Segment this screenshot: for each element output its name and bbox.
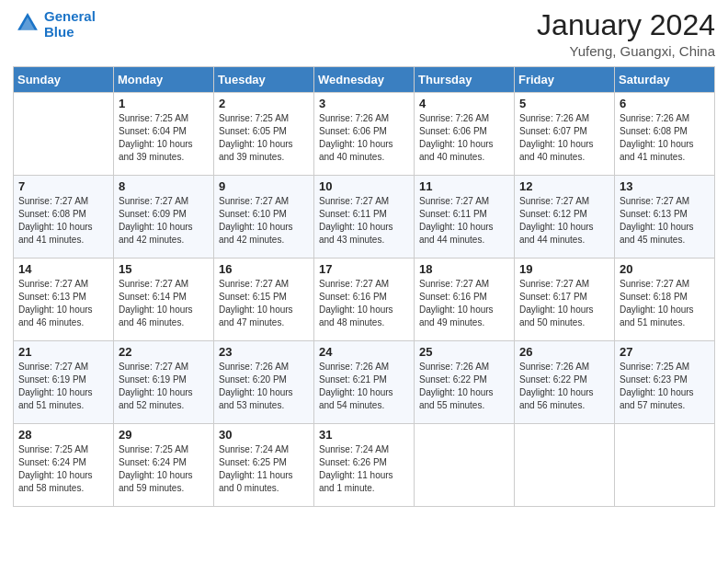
day-info: Sunrise: 7:25 AM Sunset: 6:05 PM Dayligh… [219,112,309,164]
calendar-cell: 11Sunrise: 7:27 AM Sunset: 6:11 PM Dayli… [415,176,515,259]
calendar-week-4: 28Sunrise: 7:25 AM Sunset: 6:24 PM Dayli… [14,424,715,507]
day-info: Sunrise: 7:27 AM Sunset: 6:18 PM Dayligh… [620,278,710,329]
day-info: Sunrise: 7:27 AM Sunset: 6:11 PM Dayligh… [419,195,509,247]
header-thursday: Thursday [415,67,515,93]
calendar-cell: 12Sunrise: 7:27 AM Sunset: 6:12 PM Dayli… [515,176,615,259]
day-number: 9 [219,179,309,193]
day-info: Sunrise: 7:27 AM Sunset: 6:19 PM Dayligh… [18,361,108,412]
day-info: Sunrise: 7:26 AM Sunset: 6:22 PM Dayligh… [519,361,609,412]
calendar-cell: 15Sunrise: 7:27 AM Sunset: 6:14 PM Dayli… [114,259,214,341]
day-info: Sunrise: 7:27 AM Sunset: 6:15 PM Dayligh… [219,278,309,329]
day-number: 29 [119,428,209,442]
calendar-week-1: 7Sunrise: 7:27 AM Sunset: 6:08 PM Daylig… [14,176,715,259]
day-number: 14 [18,262,108,276]
calendar-cell: 27Sunrise: 7:25 AM Sunset: 6:23 PM Dayli… [615,341,715,424]
day-number: 8 [119,179,209,193]
logo: General Blue [13,9,96,40]
day-info: Sunrise: 7:27 AM Sunset: 6:16 PM Dayligh… [319,278,409,329]
calendar-cell: 30Sunrise: 7:24 AM Sunset: 6:25 PM Dayli… [214,424,314,507]
calendar-cell [615,424,715,507]
day-number: 6 [620,97,710,110]
calendar-title: January 2024 [537,9,715,41]
day-info: Sunrise: 7:24 AM Sunset: 6:26 PM Dayligh… [319,443,409,495]
calendar-week-3: 21Sunrise: 7:27 AM Sunset: 6:19 PM Dayli… [14,341,715,424]
day-number: 17 [319,262,409,276]
day-number: 26 [519,345,609,359]
day-number: 22 [119,345,209,359]
calendar-cell: 3Sunrise: 7:26 AM Sunset: 6:06 PM Daylig… [314,93,415,176]
day-info: Sunrise: 7:26 AM Sunset: 6:22 PM Dayligh… [419,361,509,412]
day-number: 20 [620,262,710,276]
day-number: 18 [419,262,509,276]
logo-icon [15,10,40,36]
header-wednesday: Wednesday [314,67,415,93]
calendar-week-0: 1Sunrise: 7:25 AM Sunset: 6:04 PM Daylig… [14,93,715,176]
day-number: 21 [18,345,108,359]
calendar-table: SundayMondayTuesdayWednesdayThursdayFrid… [13,66,715,507]
day-info: Sunrise: 7:27 AM Sunset: 6:09 PM Dayligh… [119,195,209,247]
day-number: 15 [119,262,209,276]
calendar-cell: 31Sunrise: 7:24 AM Sunset: 6:26 PM Dayli… [314,424,415,507]
day-number: 23 [219,345,309,359]
day-info: Sunrise: 7:24 AM Sunset: 6:25 PM Dayligh… [219,443,309,495]
day-number: 7 [18,179,108,193]
day-info: Sunrise: 7:26 AM Sunset: 6:08 PM Dayligh… [620,112,710,164]
calendar-cell: 14Sunrise: 7:27 AM Sunset: 6:13 PM Dayli… [14,259,114,341]
day-info: Sunrise: 7:27 AM Sunset: 6:19 PM Dayligh… [119,361,209,412]
title-block: January 2024 Yufeng, Guangxi, China [537,9,715,59]
day-info: Sunrise: 7:27 AM Sunset: 6:17 PM Dayligh… [519,278,609,329]
calendar-cell: 16Sunrise: 7:27 AM Sunset: 6:15 PM Dayli… [214,259,314,341]
calendar-cell: 7Sunrise: 7:27 AM Sunset: 6:08 PM Daylig… [14,176,114,259]
calendar-cell: 26Sunrise: 7:26 AM Sunset: 6:22 PM Dayli… [515,341,615,424]
day-info: Sunrise: 7:27 AM Sunset: 6:12 PM Dayligh… [519,195,609,247]
day-info: Sunrise: 7:25 AM Sunset: 6:24 PM Dayligh… [18,443,108,495]
day-number: 12 [519,179,609,193]
day-info: Sunrise: 7:26 AM Sunset: 6:21 PM Dayligh… [319,361,409,412]
calendar-cell: 2Sunrise: 7:25 AM Sunset: 6:05 PM Daylig… [214,93,314,176]
calendar-cell: 21Sunrise: 7:27 AM Sunset: 6:19 PM Dayli… [14,341,114,424]
day-number: 28 [18,428,108,442]
day-number: 3 [319,97,409,110]
day-number: 2 [219,97,309,110]
day-info: Sunrise: 7:25 AM Sunset: 6:23 PM Dayligh… [620,361,710,412]
page: General Blue January 2024 Yufeng, Guangx… [0,0,728,563]
day-number: 1 [119,97,209,110]
header-tuesday: Tuesday [214,67,314,93]
day-info: Sunrise: 7:26 AM Sunset: 6:20 PM Dayligh… [219,361,309,412]
calendar-cell: 29Sunrise: 7:25 AM Sunset: 6:24 PM Dayli… [114,424,214,507]
calendar-cell [415,424,515,507]
day-number: 5 [519,97,609,110]
calendar-cell: 19Sunrise: 7:27 AM Sunset: 6:17 PM Dayli… [515,259,615,341]
day-number: 25 [419,345,509,359]
header-saturday: Saturday [615,67,715,93]
day-info: Sunrise: 7:27 AM Sunset: 6:10 PM Dayligh… [219,195,309,247]
calendar-cell: 4Sunrise: 7:26 AM Sunset: 6:06 PM Daylig… [415,93,515,176]
day-number: 24 [319,345,409,359]
day-info: Sunrise: 7:27 AM Sunset: 6:08 PM Dayligh… [18,195,108,247]
day-number: 11 [419,179,509,193]
day-number: 4 [419,97,509,110]
day-number: 16 [219,262,309,276]
calendar-cell: 13Sunrise: 7:27 AM Sunset: 6:13 PM Dayli… [615,176,715,259]
calendar-cell: 25Sunrise: 7:26 AM Sunset: 6:22 PM Dayli… [415,341,515,424]
day-info: Sunrise: 7:25 AM Sunset: 6:04 PM Dayligh… [119,112,209,164]
calendar-week-2: 14Sunrise: 7:27 AM Sunset: 6:13 PM Dayli… [14,259,715,341]
calendar-cell: 28Sunrise: 7:25 AM Sunset: 6:24 PM Dayli… [14,424,114,507]
day-info: Sunrise: 7:27 AM Sunset: 6:14 PM Dayligh… [119,278,209,329]
header-friday: Friday [515,67,615,93]
day-number: 27 [620,345,710,359]
calendar-cell: 8Sunrise: 7:27 AM Sunset: 6:09 PM Daylig… [114,176,214,259]
day-info: Sunrise: 7:26 AM Sunset: 6:06 PM Dayligh… [419,112,509,164]
calendar-cell [14,93,114,176]
header-sunday: Sunday [14,67,114,93]
calendar-cell: 24Sunrise: 7:26 AM Sunset: 6:21 PM Dayli… [314,341,415,424]
day-number: 13 [620,179,710,193]
header: General Blue January 2024 Yufeng, Guangx… [13,9,715,59]
calendar-cell: 23Sunrise: 7:26 AM Sunset: 6:20 PM Dayli… [214,341,314,424]
day-info: Sunrise: 7:27 AM Sunset: 6:11 PM Dayligh… [319,195,409,247]
calendar-cell: 20Sunrise: 7:27 AM Sunset: 6:18 PM Dayli… [615,259,715,341]
calendar-cell: 9Sunrise: 7:27 AM Sunset: 6:10 PM Daylig… [214,176,314,259]
calendar-header-row: SundayMondayTuesdayWednesdayThursdayFrid… [14,67,715,93]
day-number: 10 [319,179,409,193]
logo-blue: Blue [44,25,96,40]
